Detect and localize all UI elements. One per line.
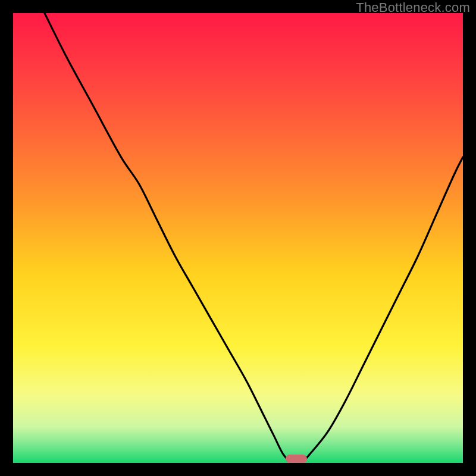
minimum-marker: [286, 455, 307, 463]
curve-layer: [13, 13, 463, 463]
bottleneck-curve: [45, 13, 463, 463]
plot-area: [13, 13, 463, 463]
watermark-text: TheBottleneck.com: [356, 1, 470, 14]
chart-stage: TheBottleneck.com: [0, 0, 476, 476]
